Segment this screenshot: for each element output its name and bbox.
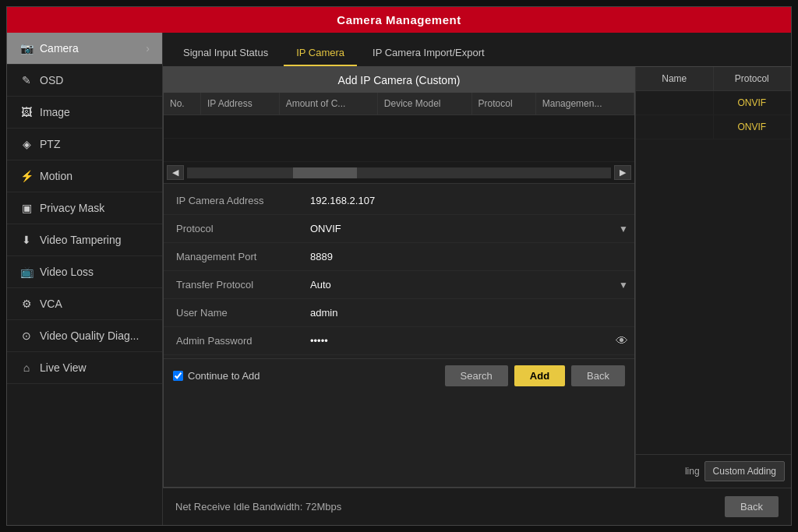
ptz-icon: ◈ [19, 138, 34, 150]
col-device: Device Model [377, 93, 471, 115]
form-row-username: User Name [164, 299, 634, 327]
add-button[interactable]: Add [514, 365, 565, 386]
sidebar-item-label: Video Tampering [40, 234, 122, 246]
sidebar-item-label: PTZ [40, 138, 60, 150]
scroll-track[interactable] [187, 167, 611, 178]
sidebar-item-ptz[interactable]: ◈ PTZ [7, 129, 162, 160]
sidebar-item-camera[interactable]: 📷 Camera › [7, 33, 162, 65]
search-button[interactable]: Search [445, 365, 508, 386]
username-input[interactable] [310, 307, 628, 319]
sidebar-item-privacy-mask[interactable]: ▣ Privacy Mask [7, 192, 162, 224]
right-col-protocol: Protocol [714, 67, 792, 90]
ip-address-input[interactable] [310, 195, 628, 206]
tab-ip-camera[interactable]: IP Camera [284, 41, 357, 66]
sidebar-item-motion[interactable]: ⚡ Motion [7, 160, 162, 192]
scroll-right-btn[interactable]: ▶ [614, 165, 631, 180]
form-row-password: Admin Password 👁 [164, 327, 634, 355]
tab-bar: Signal Input Status IP Camera IP Camera … [163, 33, 791, 67]
sidebar-item-label: Video Quality Diag... [40, 329, 139, 342]
right-row1-protocol: ONVIF [714, 91, 792, 115]
transfer-protocol-value: Auto [310, 279, 616, 291]
right-col-name: Name [636, 67, 714, 90]
tab-ip-camera-import[interactable]: IP Camera Import/Export [360, 41, 497, 66]
scroll-thumb [293, 167, 357, 178]
continue-to-add-checkbox-label[interactable]: Continue to Add [173, 370, 260, 382]
motion-icon: ⚡ [19, 170, 34, 182]
form-row-transfer-protocol: Transfer Protocol Auto ▼ [164, 271, 634, 299]
right-table-header: Name Protocol [636, 67, 791, 91]
username-value [304, 302, 634, 323]
modal-footer-buttons: Search Add Back [445, 365, 625, 386]
ip-address-value [304, 190, 634, 211]
modal-table: No. IP Address Amount of C... Device Mod… [164, 93, 634, 162]
sidebar-item-label: Video Loss [40, 266, 94, 278]
sidebar-item-live-view[interactable]: ⌂ Live View [7, 352, 162, 384]
right-table-row-2: ONVIF [636, 115, 791, 139]
sidebar-item-video-tampering[interactable]: ⬇ Video Tampering [7, 224, 162, 256]
protocol-select[interactable]: ONVIF ▼ [304, 220, 634, 238]
form-row-management-port: Management Port [164, 243, 634, 271]
right-area-wrapper: Signal Input Status IP Camera IP Camera … [163, 33, 791, 525]
ip-address-label: IP Camera Address [164, 190, 304, 211]
sidebar-item-label: Motion [40, 170, 72, 182]
management-port-label: Management Port [164, 246, 304, 267]
continue-to-add-checkbox[interactable] [173, 371, 183, 381]
form-row-protocol: Protocol ONVIF ▼ [164, 215, 634, 243]
bottom-bar: Net Receive Idle Bandwidth: 72Mbps Back [163, 488, 791, 525]
management-port-value [304, 246, 634, 267]
privacy-mask-icon: ▣ [19, 202, 34, 214]
right-row2-protocol: ONVIF [714, 115, 792, 139]
transfer-protocol-select[interactable]: Auto ▼ [304, 276, 634, 294]
vca-icon: ⚙ [19, 298, 34, 310]
modal-back-button[interactable]: Back [571, 365, 625, 386]
protocol-select-value: ONVIF [310, 223, 616, 234]
sidebar-item-osd[interactable]: ✎ OSD [7, 65, 162, 97]
sidebar-item-vca[interactable]: ⚙ VCA [7, 288, 162, 320]
sidebar-item-image[interactable]: 🖼 Image [7, 97, 162, 129]
col-amount: Amount of C... [279, 93, 377, 115]
scrollbar-row: ◀ ▶ [164, 162, 634, 184]
sidebar-item-label: Image [40, 106, 70, 118]
right-row2-name [636, 115, 714, 139]
add-ip-camera-modal: Add IP Camera (Custom) No. IP Address Am… [163, 67, 635, 488]
main-window: Camera Management 📷 Camera › ✎ OSD 🖼 Ima… [6, 6, 792, 526]
right-table-panel: Name Protocol ONVIF ONVIF [635, 67, 791, 488]
eye-icon[interactable]: 👁 [616, 334, 628, 348]
video-tampering-icon: ⬇ [19, 234, 34, 246]
sidebar-item-video-loss[interactable]: 📺 Video Loss [7, 256, 162, 288]
sidebar-item-video-quality[interactable]: ⊙ Video Quality Diag... [7, 320, 162, 352]
content-area: 📷 Camera › ✎ OSD 🖼 Image ◈ PTZ ⚡ [7, 33, 791, 525]
custom-adding-button[interactable]: Custom Adding [704, 461, 785, 481]
password-value: 👁 [304, 329, 634, 353]
password-input[interactable] [310, 335, 609, 347]
sidebar-item-label: VCA [40, 298, 62, 310]
right-row1-name [636, 91, 714, 115]
osd-icon: ✎ [19, 74, 34, 86]
username-label: User Name [164, 302, 304, 323]
col-ip: IP Address [200, 93, 279, 115]
sidebar-item-label: OSD [40, 74, 63, 86]
modal-footer: Continue to Add Search Add Back [164, 358, 634, 393]
continue-to-add-label: Continue to Add [188, 370, 260, 382]
app-container: Camera Management 📷 Camera › ✎ OSD 🖼 Ima… [0, 0, 798, 532]
scroll-left-btn[interactable]: ◀ [167, 165, 184, 180]
transfer-protocol-label: Transfer Protocol [164, 274, 304, 295]
video-loss-icon: 📺 [19, 266, 34, 278]
tab-signal-input[interactable]: Signal Input Status [171, 41, 281, 66]
form-row-ip-address: IP Camera Address [164, 187, 634, 215]
sidebar-item-label: Live View [40, 361, 87, 374]
right-table-row-1: ONVIF [636, 91, 791, 115]
management-port-input[interactable] [310, 251, 628, 262]
col-management: Managemen... [535, 93, 634, 115]
ling-label: ling [685, 466, 700, 477]
title-bar: Camera Management [7, 7, 791, 33]
sidebar-item-label: Privacy Mask [40, 202, 104, 214]
back-button[interactable]: Back [725, 496, 779, 517]
sidebar: 📷 Camera › ✎ OSD 🖼 Image ◈ PTZ ⚡ [7, 33, 163, 525]
bandwidth-label: Net Receive Idle Bandwidth: 72Mbps [175, 501, 341, 513]
protocol-label: Protocol [164, 218, 304, 239]
password-label: Admin Password [164, 330, 304, 351]
image-icon: 🖼 [19, 106, 34, 118]
camera-icon: 📷 [19, 42, 34, 55]
form-section: IP Camera Address Protocol ONVIF ▼ [164, 184, 634, 358]
